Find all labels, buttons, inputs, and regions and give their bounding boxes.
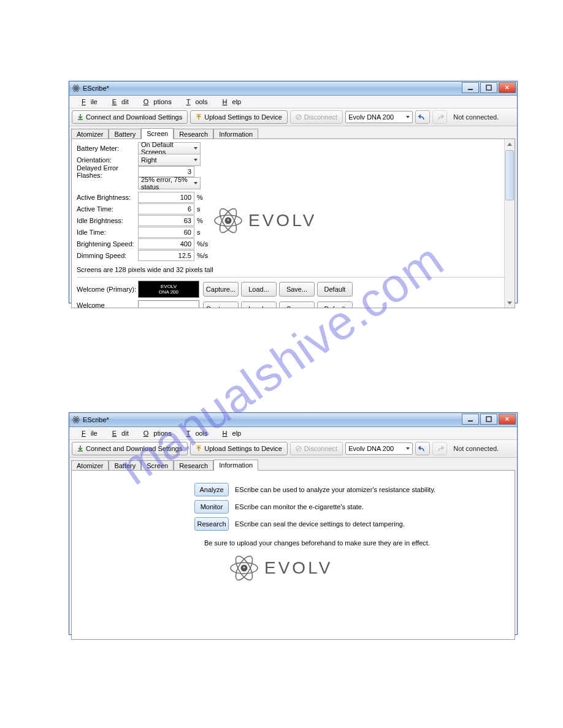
tab-screen[interactable]: Screen <box>141 128 174 139</box>
capture-button[interactable]: Capture... <box>203 282 239 297</box>
undo-button[interactable] <box>415 110 430 124</box>
monitor-button[interactable]: Monitor <box>194 500 229 514</box>
active-time-input[interactable]: 6 <box>138 203 194 214</box>
scroll-thumb[interactable] <box>505 150 514 200</box>
menu-options[interactable]: Options <box>134 97 177 107</box>
menu-help[interactable]: Help <box>213 428 247 438</box>
evolv-logo: EVOLV <box>213 205 316 236</box>
close-button[interactable]: ✕ <box>499 82 516 93</box>
svg-rect-4 <box>468 89 473 90</box>
svg-point-25 <box>243 567 245 569</box>
analyze-button[interactable]: Analyze <box>194 483 229 496</box>
capture-button[interactable]: Capture... <box>203 301 239 308</box>
connection-status: Not connected. <box>453 445 499 452</box>
load-button[interactable]: Load... <box>241 301 277 308</box>
unit-label: % <box>197 217 203 224</box>
tab-atomizer[interactable]: Atomizer <box>71 460 109 471</box>
tab-information[interactable]: Information <box>213 460 258 471</box>
maximize-button[interactable] <box>480 414 497 425</box>
scroll-down-arrow[interactable] <box>505 298 515 308</box>
device-select[interactable]: Evolv DNA 200 <box>345 442 413 455</box>
menu-tools[interactable]: Tools <box>177 428 213 438</box>
tab-battery[interactable]: Battery <box>109 460 141 471</box>
tab-screen[interactable]: Screen <box>141 460 174 471</box>
atom-icon <box>213 205 243 236</box>
app-icon <box>72 84 80 93</box>
tab-atomizer[interactable]: Atomizer <box>71 129 109 139</box>
connect-download-button[interactable]: Connect and Download Settings <box>72 110 188 124</box>
svg-point-12 <box>228 219 229 221</box>
dimming-speed-label: Dimming Speed: <box>77 252 138 259</box>
undo-icon <box>418 445 427 452</box>
redo-icon <box>435 445 444 452</box>
upload-button[interactable]: Upload Settings to Device <box>190 110 288 124</box>
idle-time-label: Idle Time: <box>77 229 138 236</box>
error-status-select[interactable]: 25% error, 75% status <box>138 177 201 189</box>
redo-icon <box>435 113 444 121</box>
escribe-window-information: EScribe* ✕ File Edit Options Tools Help … <box>69 412 518 635</box>
svg-point-13 <box>75 419 77 421</box>
unit-label: s <box>197 205 201 213</box>
svg-rect-5 <box>486 85 491 90</box>
research-button[interactable]: Research <box>194 517 229 531</box>
menu-edit[interactable]: Edit <box>102 428 134 438</box>
screen-panel: Battery Meter: On Default Screens Orient… <box>71 138 515 308</box>
svg-line-20 <box>297 447 300 450</box>
minimize-button[interactable] <box>462 82 479 93</box>
connection-status: Not connected. <box>453 113 499 121</box>
evolv-logo: EVOLV <box>229 553 512 583</box>
upload-button[interactable]: Upload Settings to Device <box>190 442 288 455</box>
default-button[interactable]: Default <box>317 282 353 297</box>
close-button[interactable]: ✕ <box>499 414 516 425</box>
battery-meter-label: Battery Meter: <box>77 145 138 152</box>
orientation-select[interactable]: Right <box>138 154 201 166</box>
redo-button[interactable] <box>432 110 447 124</box>
connect-download-button[interactable]: Connect and Download Settings <box>72 442 188 455</box>
disconnect-icon <box>296 446 302 452</box>
battery-meter-select[interactable]: On Default Screens <box>138 142 201 154</box>
save-button[interactable]: Save... <box>279 282 315 297</box>
tab-information[interactable]: Information <box>213 129 258 139</box>
menu-file[interactable]: File <box>72 428 102 438</box>
active-brightness-input[interactable]: 100 <box>138 192 194 203</box>
window-title: EScribe* <box>83 416 109 423</box>
undo-icon <box>418 113 427 121</box>
disconnect-button: Disconnect <box>290 442 343 455</box>
minimize-button[interactable] <box>462 414 479 425</box>
delayed-error-label: Delayed Error Flashes: <box>77 164 138 179</box>
dimming-speed-input[interactable]: 12.5 <box>138 250 194 261</box>
menubar: File Edit Options Tools Help <box>69 96 517 108</box>
menu-edit[interactable]: Edit <box>102 97 134 107</box>
unit-label: s <box>197 229 201 236</box>
tab-research[interactable]: Research <box>174 129 213 139</box>
tab-research[interactable]: Research <box>174 460 213 471</box>
idle-brightness-input[interactable]: 63 <box>138 215 194 226</box>
upload-icon <box>196 114 202 120</box>
redo-button[interactable] <box>432 442 447 455</box>
idle-time-input[interactable]: 60 <box>138 227 194 238</box>
menu-tools[interactable]: Tools <box>177 97 213 107</box>
svg-line-7 <box>297 116 300 119</box>
device-select[interactable]: Evolv DNA 200 <box>345 111 413 123</box>
titlebar[interactable]: EScribe* ✕ <box>69 413 517 427</box>
menu-file[interactable]: File <box>72 97 102 107</box>
chevron-down-icon <box>406 116 410 118</box>
scrollbar[interactable] <box>504 139 515 308</box>
toolbar: Connect and Download Settings Upload Set… <box>69 440 517 458</box>
welcome-secondary-preview <box>138 300 199 308</box>
default-button[interactable]: Default <box>317 301 353 308</box>
menu-help[interactable]: Help <box>213 97 247 107</box>
tabstrip: Atomizer Battery Screen Research Informa… <box>69 126 517 138</box>
titlebar[interactable]: EScribe* ✕ <box>69 82 517 96</box>
menu-options[interactable]: Options <box>134 428 177 438</box>
load-button[interactable]: Load... <box>241 282 277 297</box>
undo-button[interactable] <box>415 442 430 455</box>
scroll-up-arrow[interactable] <box>505 139 515 149</box>
tab-battery[interactable]: Battery <box>109 129 141 139</box>
brightening-speed-label: Brightening Speed: <box>77 240 138 248</box>
active-time-label: Active Time: <box>77 205 138 213</box>
brightening-speed-input[interactable]: 400 <box>138 238 194 249</box>
save-button[interactable]: Save... <box>279 301 315 308</box>
maximize-button[interactable] <box>480 82 497 93</box>
disconnect-icon <box>296 114 302 120</box>
